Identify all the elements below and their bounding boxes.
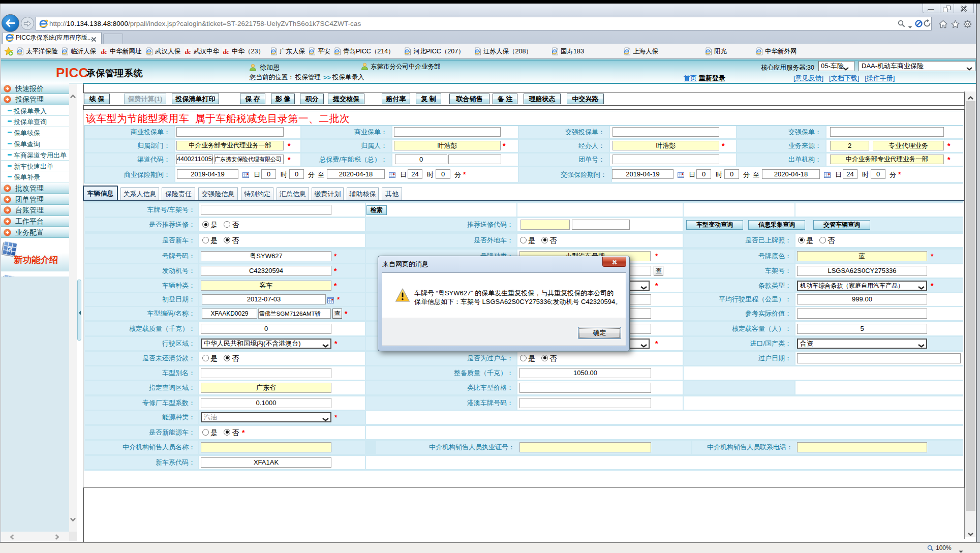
svg-text:dc: dc	[101, 48, 108, 55]
svg-text:dc: dc	[223, 48, 230, 55]
svg-text:dc: dc	[185, 48, 192, 55]
